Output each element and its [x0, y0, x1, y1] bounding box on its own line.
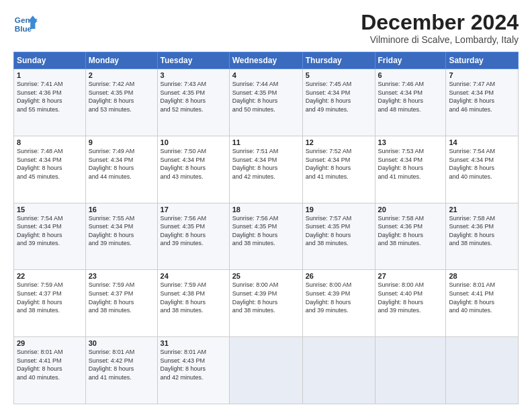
logo-icon: General Blue [13, 11, 38, 35]
cell-info: Sunrise: 7:57 AM Sunset: 4:35 PM Dayligh… [306, 214, 372, 248]
day-number: 12 [306, 138, 372, 146]
cell-info: Sunrise: 7:54 AM Sunset: 4:34 PM Dayligh… [449, 147, 515, 181]
cell-info: Sunrise: 7:58 AM Sunset: 4:36 PM Dayligh… [449, 214, 515, 248]
calendar-cell: 31Sunrise: 8:01 AM Sunset: 4:43 PM Dayli… [157, 337, 229, 404]
day-number: 18 [232, 205, 300, 214]
cell-info: Sunrise: 7:46 AM Sunset: 4:34 PM Dayligh… [378, 80, 443, 113]
weekday-header-sunday: Sunday [14, 52, 86, 69]
day-number: 3 [161, 71, 226, 79]
day-number: 19 [306, 205, 372, 214]
calendar-cell: 18Sunrise: 7:56 AM Sunset: 4:35 PM Dayli… [229, 203, 302, 270]
day-number: 11 [232, 138, 300, 146]
cell-info: Sunrise: 7:58 AM Sunset: 4:36 PM Dayligh… [378, 214, 443, 248]
day-number: 27 [378, 272, 443, 280]
day-number: 8 [17, 138, 83, 146]
calendar-cell: 23Sunrise: 7:59 AM Sunset: 4:37 PM Dayli… [85, 270, 157, 337]
calendar-cell: 29Sunrise: 8:01 AM Sunset: 4:41 PM Dayli… [14, 337, 86, 404]
month-title: December 2024 [361, 11, 519, 34]
weekday-row: SundayMondayTuesdayWednesdayThursdayFrid… [14, 52, 519, 69]
calendar-cell: 20Sunrise: 7:58 AM Sunset: 4:36 PM Dayli… [375, 203, 446, 270]
location: Vilminore di Scalve, Lombardy, Italy [361, 34, 519, 45]
cell-info: Sunrise: 7:44 AM Sunset: 4:35 PM Dayligh… [232, 80, 300, 113]
cell-info: Sunrise: 7:53 AM Sunset: 4:34 PM Dayligh… [378, 147, 443, 181]
cell-info: Sunrise: 7:56 AM Sunset: 4:35 PM Dayligh… [161, 214, 226, 248]
day-number: 1 [17, 71, 83, 79]
weekday-header-saturday: Saturday [446, 52, 519, 69]
cell-info: Sunrise: 7:41 AM Sunset: 4:36 PM Dayligh… [17, 80, 83, 113]
calendar-body: 1Sunrise: 7:41 AM Sunset: 4:36 PM Daylig… [14, 69, 519, 404]
cell-info: Sunrise: 7:45 AM Sunset: 4:34 PM Dayligh… [306, 80, 372, 113]
calendar-cell: 10Sunrise: 7:50 AM Sunset: 4:34 PM Dayli… [157, 136, 229, 203]
calendar-cell: 22Sunrise: 7:59 AM Sunset: 4:37 PM Dayli… [14, 270, 86, 337]
calendar-cell: 5Sunrise: 7:45 AM Sunset: 4:34 PM Daylig… [302, 69, 375, 136]
day-number: 30 [89, 339, 154, 347]
calendar-cell: 28Sunrise: 8:01 AM Sunset: 4:41 PM Dayli… [446, 270, 519, 337]
day-number: 5 [306, 71, 372, 79]
calendar-cell: 9Sunrise: 7:49 AM Sunset: 4:34 PM Daylig… [85, 136, 157, 203]
day-number: 9 [89, 138, 154, 146]
day-number: 14 [449, 138, 515, 146]
day-number: 15 [17, 205, 83, 214]
day-number: 6 [378, 71, 443, 79]
calendar-cell: 21Sunrise: 7:58 AM Sunset: 4:36 PM Dayli… [446, 203, 519, 270]
calendar-cell [302, 337, 375, 404]
week-row-2: 8Sunrise: 7:48 AM Sunset: 4:34 PM Daylig… [14, 136, 519, 203]
cell-info: Sunrise: 7:54 AM Sunset: 4:34 PM Dayligh… [17, 214, 83, 248]
cell-info: Sunrise: 8:01 AM Sunset: 4:42 PM Dayligh… [89, 348, 154, 381]
day-number: 28 [449, 272, 515, 280]
calendar-cell: 4Sunrise: 7:44 AM Sunset: 4:35 PM Daylig… [229, 69, 302, 136]
weekday-header-wednesday: Wednesday [229, 52, 302, 69]
calendar-cell [446, 337, 519, 404]
calendar-cell: 1Sunrise: 7:41 AM Sunset: 4:36 PM Daylig… [14, 69, 86, 136]
day-number: 23 [89, 272, 154, 280]
day-number: 31 [161, 339, 226, 347]
cell-info: Sunrise: 7:52 AM Sunset: 4:34 PM Dayligh… [306, 147, 372, 181]
cell-info: Sunrise: 8:01 AM Sunset: 4:43 PM Dayligh… [161, 348, 226, 381]
calendar-cell: 30Sunrise: 8:01 AM Sunset: 4:42 PM Dayli… [85, 337, 157, 404]
header: General Blue December 2024 Vilminore di … [13, 11, 519, 45]
calendar-cell: 11Sunrise: 7:51 AM Sunset: 4:34 PM Dayli… [229, 136, 302, 203]
cell-info: Sunrise: 7:48 AM Sunset: 4:34 PM Dayligh… [17, 147, 83, 181]
day-number: 22 [17, 272, 83, 280]
calendar-table: SundayMondayTuesdayWednesdayThursdayFrid… [13, 52, 519, 404]
weekday-header-monday: Monday [85, 52, 157, 69]
day-number: 16 [89, 205, 154, 214]
calendar-header: SundayMondayTuesdayWednesdayThursdayFrid… [14, 52, 519, 69]
cell-info: Sunrise: 7:51 AM Sunset: 4:34 PM Dayligh… [232, 147, 300, 181]
logo: General Blue [13, 11, 40, 35]
weekday-header-thursday: Thursday [302, 52, 375, 69]
calendar-cell: 16Sunrise: 7:55 AM Sunset: 4:34 PM Dayli… [85, 203, 157, 270]
calendar-cell: 27Sunrise: 8:00 AM Sunset: 4:40 PM Dayli… [375, 270, 446, 337]
calendar-cell: 17Sunrise: 7:56 AM Sunset: 4:35 PM Dayli… [157, 203, 229, 270]
day-number: 13 [378, 138, 443, 146]
cell-info: Sunrise: 7:55 AM Sunset: 4:34 PM Dayligh… [89, 214, 154, 248]
svg-text:Blue: Blue [15, 24, 32, 33]
calendar-cell: 24Sunrise: 7:59 AM Sunset: 4:38 PM Dayli… [157, 270, 229, 337]
day-number: 17 [161, 205, 226, 214]
calendar-cell: 2Sunrise: 7:42 AM Sunset: 4:35 PM Daylig… [85, 69, 157, 136]
cell-info: Sunrise: 7:59 AM Sunset: 4:37 PM Dayligh… [17, 281, 83, 314]
week-row-5: 29Sunrise: 8:01 AM Sunset: 4:41 PM Dayli… [14, 337, 519, 404]
day-number: 21 [449, 205, 515, 214]
cell-info: Sunrise: 7:56 AM Sunset: 4:35 PM Dayligh… [232, 214, 300, 248]
cell-info: Sunrise: 7:42 AM Sunset: 4:35 PM Dayligh… [89, 80, 154, 113]
day-number: 24 [161, 272, 226, 280]
calendar-cell: 6Sunrise: 7:46 AM Sunset: 4:34 PM Daylig… [375, 69, 446, 136]
day-number: 25 [232, 272, 300, 280]
weekday-header-friday: Friday [375, 52, 446, 69]
week-row-4: 22Sunrise: 7:59 AM Sunset: 4:37 PM Dayli… [14, 270, 519, 337]
calendar-cell: 15Sunrise: 7:54 AM Sunset: 4:34 PM Dayli… [14, 203, 86, 270]
cell-info: Sunrise: 8:00 AM Sunset: 4:39 PM Dayligh… [232, 281, 300, 314]
title-block: December 2024 Vilminore di Scalve, Lomba… [361, 11, 519, 45]
calendar-cell: 26Sunrise: 8:00 AM Sunset: 4:39 PM Dayli… [302, 270, 375, 337]
calendar-cell: 19Sunrise: 7:57 AM Sunset: 4:35 PM Dayli… [302, 203, 375, 270]
weekday-header-tuesday: Tuesday [157, 52, 229, 69]
day-number: 2 [89, 71, 154, 79]
calendar-cell [229, 337, 302, 404]
cell-info: Sunrise: 8:01 AM Sunset: 4:41 PM Dayligh… [449, 281, 515, 314]
day-number: 29 [17, 339, 83, 347]
calendar-cell: 12Sunrise: 7:52 AM Sunset: 4:34 PM Dayli… [302, 136, 375, 203]
week-row-3: 15Sunrise: 7:54 AM Sunset: 4:34 PM Dayli… [14, 203, 519, 270]
day-number: 20 [378, 205, 443, 214]
day-number: 4 [232, 71, 300, 79]
